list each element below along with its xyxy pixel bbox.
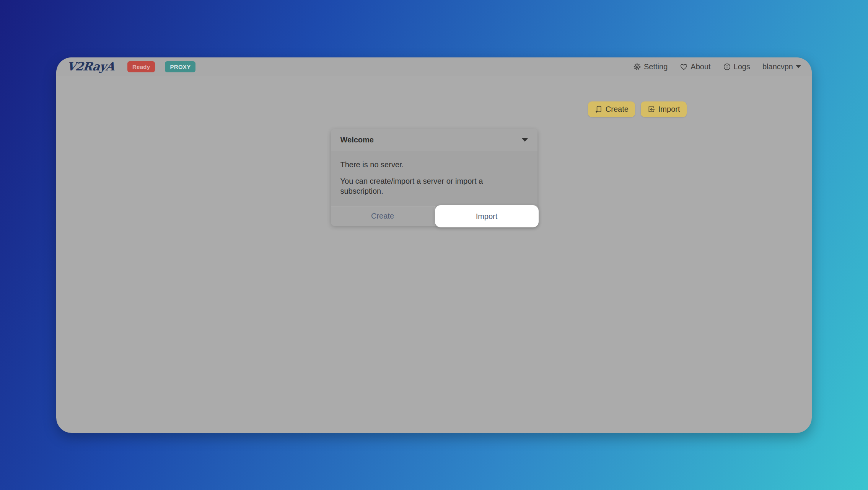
nav-item-about[interactable]: About	[680, 62, 710, 71]
welcome-panel-footer: Create Import	[331, 206, 537, 226]
content-container: Create Import Welcome	[182, 101, 687, 226]
user-menu-label: blancvpn	[762, 62, 793, 71]
navbar-right: Setting About	[633, 62, 801, 71]
page-background: V2RayA Ready PROXY Setting	[0, 0, 868, 490]
nav-item-label: Setting	[644, 62, 668, 71]
gear-icon	[633, 63, 641, 71]
welcome-panel: Welcome There is no server. You can crea…	[331, 129, 537, 226]
main-card: V2RayA Ready PROXY Setting	[56, 57, 812, 433]
hint-message: You can create/import a server or import…	[340, 176, 528, 196]
welcome-title: Welcome	[340, 136, 374, 144]
nav-item-label: About	[690, 62, 710, 71]
box-arrow-in-icon	[647, 105, 655, 113]
proxy-mode-badge[interactable]: PROXY	[165, 61, 195, 72]
user-menu[interactable]: blancvpn	[762, 62, 801, 71]
import-server-button[interactable]: Import	[641, 101, 687, 117]
app-logo: V2RayA	[66, 61, 115, 72]
welcome-import-button[interactable]: Import	[435, 205, 539, 227]
server-toolbar: Create Import	[182, 101, 687, 117]
info-icon	[723, 63, 731, 71]
nav-item-logs[interactable]: Logs	[723, 62, 750, 71]
create-server-label: Create	[606, 105, 629, 114]
no-server-message: There is no server.	[340, 160, 528, 170]
welcome-panel-body: There is no server. You can create/impor…	[331, 151, 537, 206]
caret-down-icon	[796, 65, 801, 68]
nav-item-setting[interactable]: Setting	[633, 62, 668, 71]
collapse-caret-icon[interactable]	[522, 138, 528, 142]
top-navbar: V2RayA Ready PROXY Setting	[56, 57, 812, 76]
import-server-label: Import	[658, 105, 680, 114]
status-badge[interactable]: Ready	[127, 61, 155, 72]
create-server-button[interactable]: Create	[588, 101, 635, 117]
heart-icon	[680, 63, 688, 71]
welcome-panel-header[interactable]: Welcome	[331, 129, 537, 151]
welcome-create-button[interactable]: Create	[331, 206, 435, 226]
nav-item-label: Logs	[734, 62, 750, 71]
file-plus-icon	[594, 105, 603, 113]
